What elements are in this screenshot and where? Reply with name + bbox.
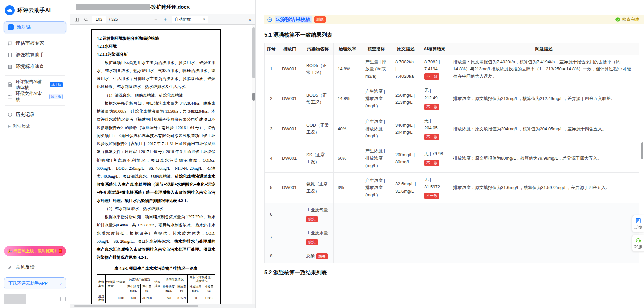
doc-paragraph: 根据水平衡分析可知，项目纯水制备浓水量为 1397.35t/a、热水炉排水量为0… xyxy=(97,213,215,261)
sidebar-item-standards[interactable]: 环境标准速查 xyxy=(4,61,66,72)
cell-empty xyxy=(361,203,391,226)
cell-ai-result: 无 | 204.05 不一致 xyxy=(420,114,449,144)
zoom-out-button[interactable]: − xyxy=(153,17,159,22)
double-chevron-icon[interactable]: » xyxy=(249,17,252,22)
search-icon[interactable] xyxy=(83,16,89,22)
doc-td-empty xyxy=(106,294,116,303)
table-row-missing: 8 总磷 缺失 xyxy=(265,249,639,263)
missing-badge: 缺失 xyxy=(306,239,318,245)
headset-icon xyxy=(635,237,641,243)
chat-history-toggle[interactable]: ▶ 对话历史 xyxy=(4,120,66,132)
calculator-icon xyxy=(7,52,13,58)
panel-toggle-icon[interactable] xyxy=(60,296,66,302)
section-title-inconsistent: 5.1 源强核算不一致结果列表 xyxy=(264,32,644,39)
cloud-logo-icon xyxy=(5,5,15,15)
new-chat-button[interactable]: + 新对话 xyxy=(4,21,66,33)
document-page: 4.2 运营期环境影响分析和保护措施 4.2.1水环境 4.2.1.1污染源分析… xyxy=(91,29,221,304)
edit-icon xyxy=(7,265,13,270)
cell-index: 4 xyxy=(265,144,278,172)
col-header: 原文描述 xyxy=(391,43,420,55)
sidebar-item-label: 评估审核专家 xyxy=(16,40,44,46)
doc-th: 废水类别 xyxy=(97,274,106,294)
cell-indicator: 产生浓度 | 排放浓度 (mg/L) xyxy=(361,83,391,114)
cell-indicator: 产生浓度 | 排放浓度 (mg/L) xyxy=(361,144,391,172)
sidebar-item-file-ai-review[interactable]: 环保文件AI审核 线下版 xyxy=(4,90,66,102)
floating-buttons: 反馈 客服 xyxy=(632,215,644,252)
sidebar-item-review-expert[interactable]: 评估审核专家 xyxy=(4,37,66,49)
promo-banner[interactable]: 🎉 尚云AI上线，限时钜惠！🧧 xyxy=(4,246,66,256)
table-row: 4 DW001 SS（正常工况） 60% 产生浓度 | 排放浓度 (mg/L) … xyxy=(265,144,639,172)
feedback-float-label: 反馈 xyxy=(634,225,642,230)
inconsistent-badge: 不一致 xyxy=(424,160,439,166)
download-app-button[interactable]: 下载环评云助手APP › xyxy=(4,277,66,289)
doc-td: 1.7416 xyxy=(203,294,215,303)
results-scrollbar-thumb[interactable] xyxy=(641,142,643,159)
page-number-input[interactable] xyxy=(92,16,106,23)
doc-heading-1: 4.2 运营期环境影响分析和保护措施 xyxy=(97,34,215,42)
sidebar-item-feedback[interactable]: 意见反馈 xyxy=(4,261,66,273)
sidebar-divider xyxy=(5,75,65,76)
zoom-mode-select[interactable]: 自动缩放 ▼ xyxy=(172,16,208,23)
app-logo: 环评云助手AI xyxy=(4,5,66,21)
vertical-scrollbar-thumb[interactable] xyxy=(252,93,255,101)
collapse-icon[interactable] xyxy=(267,17,272,22)
cell-empty xyxy=(334,203,361,226)
thumbnails-icon[interactable] xyxy=(74,16,80,22)
document-toolbar: / 325 − + 自动缩放 ▼ » xyxy=(70,14,255,25)
col-header: 治理效率 xyxy=(334,43,361,55)
zoom-in-button[interactable]: + xyxy=(163,17,168,22)
cell-index: 8 xyxy=(265,249,278,263)
cell-pollutant: 总磷 缺失 xyxy=(302,249,334,263)
doc-th: 污染物产生情况 xyxy=(126,274,153,284)
inconsistent-badge: 不一致 xyxy=(424,73,439,80)
doc-th: 场内排放情况 xyxy=(162,274,187,284)
cell-pollutant: SS（正常工况） xyxy=(302,144,334,172)
cell-indicator: 产生浓度 | 排放浓度 (mg/L) xyxy=(361,173,391,203)
sidebar-item-history[interactable]: 历史记录 xyxy=(4,109,66,120)
document-header: -改扩建环评.docx xyxy=(70,0,255,14)
doc-td: 20.8998 xyxy=(141,294,153,303)
redacted-filename-block xyxy=(76,4,150,10)
check-status: 检查完成 xyxy=(615,17,639,23)
customer-service-float-button[interactable]: 客服 xyxy=(632,235,644,252)
results-title: 5.源强结果校核 xyxy=(275,16,312,23)
document-canvas[interactable]: 4.2 运营期环境影响分析和保护措施 4.2.1水环境 4.2.1.1污染源分析… xyxy=(70,25,255,304)
doc-table-title: 表 4.2-1 项目生产废水水污染物产排情况一览表 xyxy=(97,264,215,272)
cell-original: 200mg/L | 80mg/L xyxy=(391,144,420,172)
cell-empty xyxy=(420,203,449,226)
feedback-icon xyxy=(635,218,641,224)
cell-description: 排放浓度：原文填报值为213mg/L，核算值为212.49mg/L，差异源于四舍… xyxy=(449,83,639,114)
feedback-float-button[interactable]: 反馈 xyxy=(632,215,644,232)
doc-th: 排放浓度 mg/L xyxy=(162,284,176,294)
doc-th: 产生量 t/a xyxy=(141,284,153,294)
app-title: 环评云助手AI xyxy=(17,7,51,14)
horizontal-scrollbar-thumb[interactable] xyxy=(74,305,198,307)
cell-efficiency: 3% xyxy=(334,173,361,203)
cell-empty xyxy=(449,203,639,226)
ai-value: 无 | 79.98 xyxy=(424,151,443,156)
results-section-header: 5.源强结果校核 测试 检查完成 xyxy=(264,15,644,24)
cell-index: 1 xyxy=(265,55,278,83)
cell-pollutant: 工业废气量 缺失 xyxy=(302,203,334,226)
doc-td: 清洗废水 xyxy=(97,294,106,303)
vertical-scrollbar-thumb[interactable] xyxy=(252,27,255,78)
doc-th: 产生浓度 mg/L xyxy=(126,284,141,294)
doc-td: 8.3599 xyxy=(176,294,188,303)
col-header: 排放口 xyxy=(278,43,302,55)
page-total-label: / 325 xyxy=(109,17,118,22)
cell-outlet: DW001 xyxy=(278,114,302,144)
sidebar-item-report-ai-review[interactable]: 环评报告AI辅助审核 线上版 xyxy=(4,79,66,90)
chevron-down-icon: ▼ xyxy=(203,18,206,21)
cell-empty xyxy=(391,203,420,226)
cell-empty xyxy=(278,249,302,263)
cell-index: 2 xyxy=(265,83,278,114)
doc-heading-3: 4.2.1.1污染源分析 xyxy=(97,50,215,58)
sidebar-item-source-calc[interactable]: 源强核算助手 xyxy=(4,49,66,61)
horizontal-scrollbar[interactable] xyxy=(70,304,255,308)
sidebar-item-label: 环评报告AI辅助审核 xyxy=(16,79,46,91)
cell-indicator: 产生量 | 排放量 (t/a或 m3/a) xyxy=(361,55,391,83)
doc-th: 污水排放量 xyxy=(106,274,116,294)
results-table: 序号 排放口 污染物名称 治理效率 核查指标 原文描述 AI核算结果 问题描述 … xyxy=(264,43,639,263)
inconsistent-badge: 不一致 xyxy=(424,193,439,199)
doc-td: 50 xyxy=(187,294,203,303)
